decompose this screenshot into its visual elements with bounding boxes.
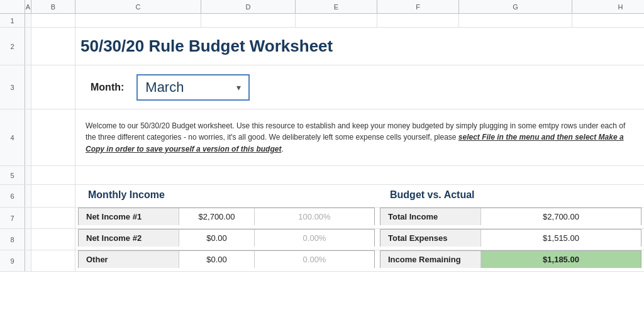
cell-1c xyxy=(75,14,201,27)
bva-value-2: $1,515.00 xyxy=(481,230,641,247)
income-row-2: Net Income #2 $0.00 0.00% xyxy=(78,229,375,247)
bva-value-3: $1,185.00 xyxy=(481,251,641,268)
income-label-3: Other xyxy=(79,251,179,268)
cell-1g xyxy=(459,14,572,27)
row-6-content: Monthly Income Budget vs. Actual xyxy=(75,185,644,207)
row-8: 8 Net Income #2 $0.00 0.00% Total Expens… xyxy=(0,229,644,250)
row-num-7: 7 xyxy=(0,208,25,228)
row-4: 4 Welcome to our 50/30/20 Budget workshe… xyxy=(0,109,644,166)
cell-7a xyxy=(25,208,31,228)
cell-6a xyxy=(25,185,31,207)
cell-9b xyxy=(31,250,75,271)
row-9: 9 Other $0.00 0.00% Income Remaining $1,… xyxy=(0,250,644,272)
month-dropdown[interactable]: March ▾ xyxy=(136,74,250,101)
income-value-1: $2,700.00 xyxy=(179,208,255,225)
bva-row-3-container: Income Remaining $1,185.00 xyxy=(377,250,644,271)
row-num-3: 3 xyxy=(0,65,25,109)
income-value-2: $0.00 xyxy=(179,230,255,247)
budget-vs-actual-header: Budget vs. Actual xyxy=(380,186,485,204)
row-num-8: 8 xyxy=(0,229,25,250)
cell-5-rest xyxy=(75,166,644,184)
cell-3a xyxy=(25,65,31,109)
bva-header-cell: Budget vs. Actual xyxy=(377,185,644,207)
cell-8b xyxy=(31,229,75,250)
income-row-2-container: Net Income #2 $0.00 0.00% xyxy=(75,229,377,250)
income-row-1: Net Income #1 $2,700.00 100.00% xyxy=(78,208,375,225)
col-header-c: C xyxy=(75,0,201,13)
col-header-f: F xyxy=(377,0,459,13)
row-num-6: 6 xyxy=(0,185,25,207)
cell-5a xyxy=(25,166,31,184)
income-label-1: Net Income #1 xyxy=(79,208,179,225)
cell-1f xyxy=(377,14,459,27)
description-period: . xyxy=(281,145,283,153)
cell-1a xyxy=(25,14,31,27)
row-num-4: 4 xyxy=(0,109,25,165)
income-pct-1: 100.00% xyxy=(255,208,374,225)
row-num-9: 9 xyxy=(0,250,25,271)
bva-row-2-container: Total Expenses $1,515.00 xyxy=(377,229,644,250)
bva-value-1: $2,700.00 xyxy=(481,208,641,225)
row-num-1: 1 xyxy=(0,14,25,27)
month-label: Month: xyxy=(80,82,124,93)
cell-1e xyxy=(296,14,377,27)
row-num-5: 5 xyxy=(0,166,25,184)
row-1: 1 xyxy=(0,14,644,28)
income-pct-2: 0.00% xyxy=(255,230,374,247)
bva-row-1-container: Total Income $2,700.00 xyxy=(377,208,644,228)
income-row-3-container: Other $0.00 0.00% xyxy=(75,250,377,271)
col-header-h: H xyxy=(572,0,644,13)
income-pct-3: 0.00% xyxy=(255,251,374,268)
cell-8a xyxy=(25,229,31,250)
income-label-2: Net Income #2 xyxy=(79,230,179,247)
title-span: 50/30/20 Rule Budget Worksheet xyxy=(75,28,644,65)
selected-month: March xyxy=(145,79,184,96)
row-7-content: Net Income #1 $2,700.00 100.00% Total In… xyxy=(75,208,644,228)
income-row-1-container: Net Income #1 $2,700.00 100.00% xyxy=(75,208,377,228)
row-num-2: 2 xyxy=(0,28,25,65)
description-text: Welcome to our 50/30/20 Budget worksheet… xyxy=(86,120,634,155)
bva-row-1: Total Income $2,700.00 xyxy=(380,208,641,225)
dropdown-arrow-icon: ▾ xyxy=(236,82,241,92)
cell-5b xyxy=(31,166,75,184)
col-header-g: G xyxy=(459,0,572,13)
cell-2b xyxy=(31,28,75,65)
col-header-d: D xyxy=(201,0,296,13)
bva-row-2: Total Expenses $1,515.00 xyxy=(380,229,641,247)
row-2: 2 50/30/20 Rule Budget Worksheet xyxy=(0,28,644,65)
income-row-3: Other $0.00 0.00% xyxy=(78,250,375,268)
bva-label-1: Total Income xyxy=(380,208,481,225)
cell-7b xyxy=(31,208,75,228)
worksheet-title: 50/30/20 Rule Budget Worksheet xyxy=(80,36,333,56)
row-8-content: Net Income #2 $0.00 0.00% Total Expenses… xyxy=(75,229,644,250)
col-header-b: B xyxy=(31,0,75,13)
description-cell: Welcome to our 50/30/20 Budget worksheet… xyxy=(75,109,644,165)
bva-label-2: Total Expenses xyxy=(380,230,481,247)
column-header-row: A B C D E F G H xyxy=(0,0,644,14)
corner-cell xyxy=(0,0,25,13)
cell-2a xyxy=(25,28,31,65)
row-6: 6 Monthly Income Budget vs. Actual xyxy=(0,185,644,208)
bva-label-3: Income Remaining xyxy=(380,251,481,268)
cell-1b xyxy=(31,14,75,27)
monthly-income-header: Monthly Income xyxy=(78,186,175,204)
cell-3b xyxy=(31,65,75,109)
cell-1d xyxy=(201,14,296,27)
row-7: 7 Net Income #1 $2,700.00 100.00% Total … xyxy=(0,208,644,229)
cell-6b xyxy=(31,185,75,207)
spreadsheet: A B C D E F G H 1 2 50/30/20 Rule Budget… xyxy=(0,0,644,334)
income-value-3: $0.00 xyxy=(179,251,255,268)
row-3: 3 Month: March ▾ xyxy=(0,65,644,109)
income-header-cell: Monthly Income xyxy=(75,185,377,207)
cell-1h xyxy=(572,14,644,27)
col-header-a: A xyxy=(25,0,31,13)
col-header-e: E xyxy=(296,0,377,13)
month-row: Month: March ▾ xyxy=(75,65,644,109)
row-9-content: Other $0.00 0.00% Income Remaining $1,18… xyxy=(75,250,644,271)
row-5: 5 xyxy=(0,166,644,185)
bva-row-3: Income Remaining $1,185.00 xyxy=(380,250,641,268)
cell-4a xyxy=(25,109,31,165)
cell-9a xyxy=(25,250,31,271)
cell-4b xyxy=(31,109,75,165)
